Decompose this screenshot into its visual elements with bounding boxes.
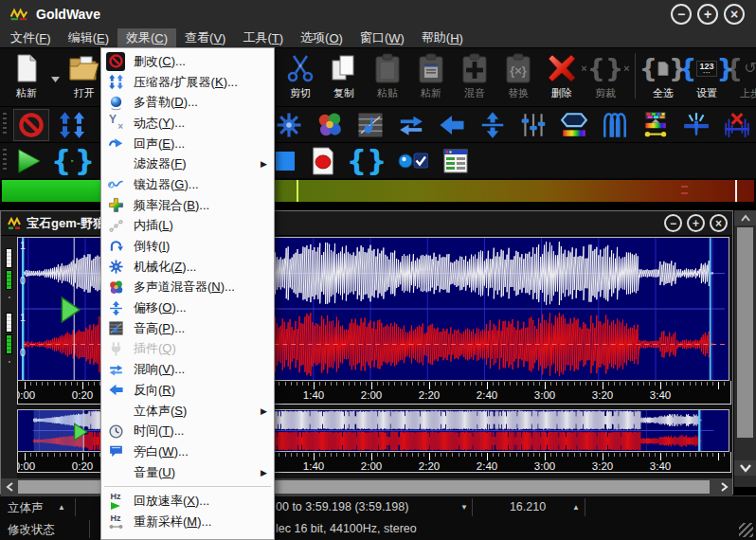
menu-item-label: 音量(U)	[134, 464, 175, 481]
toolbar-button-undo-step[interactable]: {↺}上步	[729, 51, 756, 100]
menu-item-flanger[interactable]: 镶边器(G)...	[101, 174, 274, 195]
toolbar-button-copy[interactable]: 复制	[323, 51, 365, 100]
doc-new-icon	[11, 51, 42, 85]
selection-range[interactable]: 00 to 3:59.198 (3:59.198)	[276, 500, 408, 513]
up-arrow-icon[interactable]: ▲	[58, 503, 65, 512]
effect-button-offset[interactable]	[475, 109, 511, 141]
channel1-level-indicator[interactable]	[6, 248, 12, 268]
menubar-item[interactable]: 查看(V)	[176, 28, 234, 47]
channel-mode-selector[interactable]: 立体声	[8, 500, 44, 516]
toolbar-drag-handle[interactable]	[3, 113, 7, 136]
menubar-item[interactable]: 工具(T)	[234, 28, 292, 47]
editor-minimize-button[interactable]: −	[664, 214, 682, 232]
scroll-left-button[interactable]	[1, 478, 17, 495]
toolbar-button-dropdown-chevron[interactable]	[49, 51, 62, 97]
menu-item-invert[interactable]: 倒转(I)	[101, 236, 274, 257]
toolbar-button-cut[interactable]: 剪切	[279, 51, 321, 100]
menu-item-echo[interactable]: 回声(E)...	[101, 134, 274, 154]
menu-item-interpolate[interactable]: 内插(L)	[101, 216, 274, 237]
menu-item-plugin[interactable]: 插件(Q)	[101, 339, 274, 360]
minimize-button[interactable]: −	[671, 4, 692, 25]
scroll-down-button[interactable]	[734, 460, 756, 476]
record-button[interactable]	[307, 147, 339, 175]
properties-button[interactable]	[441, 149, 470, 173]
maximize-button[interactable]: +	[697, 4, 718, 25]
effect-button-gate[interactable]	[597, 109, 633, 141]
menu-item-resample[interactable]: Hz重新采样(M)...	[101, 512, 274, 532]
menubar-item[interactable]: 文件(F)	[2, 28, 60, 47]
menu-item-submenu[interactable]: 音量(U)▶	[101, 462, 274, 483]
toolbar-button-delete-x[interactable]: 删除	[541, 51, 583, 100]
menu-item-silence[interactable]: 删改(C)...	[101, 51, 274, 72]
delete-x-icon	[547, 51, 577, 85]
stop-button[interactable]	[271, 151, 299, 171]
menu-item-submenu[interactable]: 立体声(S)▶	[101, 401, 274, 422]
menu-item-reverb[interactable]: 混响(V)...	[101, 359, 274, 380]
channel-mixer-icon	[106, 278, 125, 297]
channel1-mute-indicator[interactable]	[6, 270, 12, 290]
menu-item-dynamics[interactable]: Y×动态(Y)...	[101, 113, 274, 134]
cursor-position[interactable]: 16.210	[472, 500, 584, 513]
up-arrow-icon[interactable]: ▲	[572, 503, 580, 512]
submenu-arrow-icon: ▶	[261, 406, 267, 416]
effect-button-channel-mixer[interactable]	[312, 109, 348, 141]
effect-button-silence[interactable]	[13, 109, 49, 141]
menu-item-pitch[interactable]: 音高(P)...	[101, 318, 274, 339]
menu-item-playback-rate[interactable]: Hz回放速率(X)...	[101, 491, 274, 512]
close-button[interactable]: ×	[724, 4, 745, 25]
menubar-item[interactable]: 效果(C)	[117, 28, 176, 47]
menu-item-compressor[interactable]: 压缩器/扩展器(K)...	[101, 72, 274, 93]
dropdown-arrow-icon[interactable]: ▼	[460, 503, 468, 512]
toolbar-button-open-folder[interactable]: 打开	[63, 51, 105, 100]
toolbar-drag-handle[interactable]	[3, 149, 7, 172]
toolbar-button-doc-new[interactable]: 粘新	[6, 51, 47, 100]
menu-item-reverse[interactable]: 反向(R)	[101, 380, 274, 401]
effect-button-mechanize[interactable]	[271, 109, 307, 141]
channel2-mute-indicator[interactable]	[6, 334, 12, 354]
effect-button-equalizer[interactable]	[515, 109, 551, 141]
toolbar-button-clipboard-mix[interactable]: 混音	[454, 51, 495, 100]
title-bar: GoldWave − + ×	[0, 0, 756, 28]
effect-button-pop-click[interactable]	[678, 109, 714, 141]
vertical-scroll-thumb[interactable]	[737, 227, 753, 438]
channel2-level-indicator[interactable]	[6, 313, 12, 333]
menubar-item[interactable]: 窗口(W)	[351, 28, 413, 47]
record-selection-button[interactable]: { }	[347, 147, 387, 175]
menu-item-time[interactable]: 时间(T)...	[101, 421, 274, 441]
menu-item-label: 回放速率(X)...	[134, 493, 209, 510]
menubar-item[interactable]: 编辑(E)	[60, 28, 117, 47]
effect-button-spectrum-mixer[interactable]	[638, 109, 674, 141]
toolbar-button-clipboard-paste[interactable]: 粘贴	[367, 51, 408, 100]
menu-item-doppler[interactable]: 多普勒(D)...	[101, 92, 274, 113]
menubar-item[interactable]: 帮助(H)	[413, 28, 472, 47]
scroll-right-button[interactable]	[716, 478, 732, 495]
editor-maximize-button[interactable]: +	[687, 214, 705, 232]
menu-item-voice-over[interactable]: 旁白(W)...	[101, 441, 274, 462]
menubar-item[interactable]: 选项(O)	[292, 28, 351, 47]
effect-button-reverse[interactable]	[434, 109, 470, 141]
toolbar-button-trim[interactable]: ×{}×剪裁	[585, 51, 626, 100]
effect-button-pitch[interactable]	[352, 109, 388, 141]
toolbar-button-clipboard-paste-new[interactable]: 粘新	[410, 51, 452, 100]
menu-item-mechanize[interactable]: 机械化(Z)...	[101, 257, 274, 278]
toolbar-button-clipboard-replace[interactable]: {×}替换	[497, 51, 539, 100]
scale-label: 0	[20, 348, 26, 358]
menu-item-submenu[interactable]: 滤波器(F)▶	[101, 153, 274, 174]
effect-button-reverb[interactable]	[393, 109, 429, 141]
effect-button-spectrum-filter[interactable]	[556, 109, 592, 141]
toolbar-button-settings-braces[interactable]: {123···}设置	[686, 51, 728, 100]
play-selection-button[interactable]: { }	[51, 147, 95, 175]
dropdown-chevron-icon	[51, 63, 60, 97]
play-button[interactable]	[13, 148, 45, 174]
menu-item-freq-blend[interactable]: 频率混合(B)...	[101, 195, 274, 216]
scroll-up-button[interactable]	[734, 210, 756, 225]
effect-button-noise-reduction[interactable]	[719, 109, 755, 141]
monitor-check-button[interactable]	[396, 151, 430, 171]
menu-item-channel-mixer[interactable]: 多声道混音器(N)...	[101, 278, 274, 298]
effect-button-compressor[interactable]	[54, 109, 90, 141]
menu-item-offset[interactable]: 偏移(O)...	[101, 297, 274, 318]
resize-grip[interactable]	[739, 523, 753, 537]
editor-close-button[interactable]: ×	[710, 214, 728, 232]
vertical-scrollbar[interactable]	[734, 210, 756, 487]
editor-file-icon	[8, 217, 21, 230]
